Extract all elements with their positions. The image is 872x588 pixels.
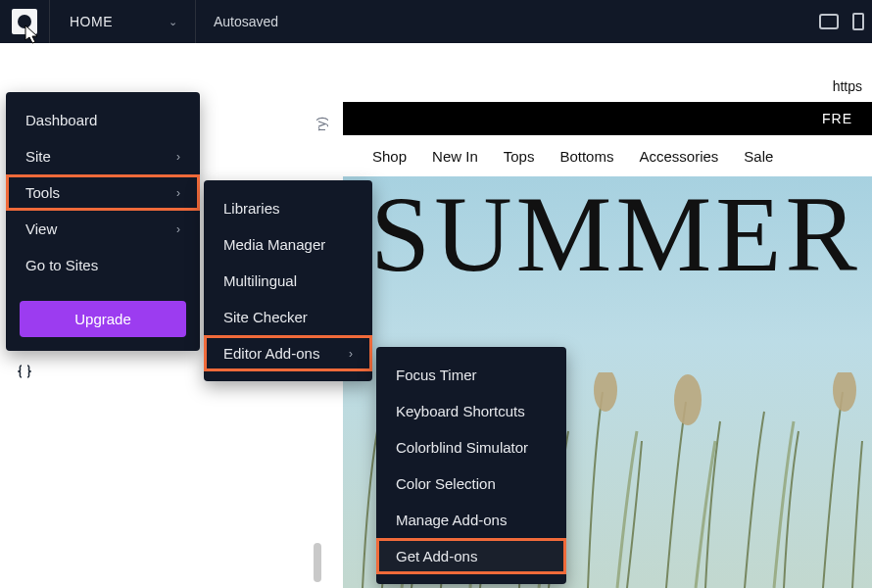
url-text: https: [833, 78, 862, 94]
menu-dashboard[interactable]: Dashboard: [6, 102, 200, 138]
menu-tools-label: Tools: [25, 184, 60, 201]
site-announcement-bar: FRE: [343, 102, 872, 135]
panel-vertical-label: ry): [314, 117, 328, 131]
submenu-multilingual[interactable]: Multilingual: [204, 263, 372, 299]
submenu-media-manager[interactable]: Media Manager: [204, 226, 372, 263]
addon-keyboard-shortcuts-label: Keyboard Shortcuts: [396, 403, 525, 419]
nav-new-in[interactable]: New In: [432, 148, 478, 165]
svg-point-6: [674, 374, 702, 425]
app-logo-icon: [12, 9, 37, 34]
chevron-down-icon: ⌄: [169, 16, 178, 28]
submenu-media-manager-label: Media Manager: [223, 236, 325, 253]
svg-point-5: [594, 372, 617, 412]
addon-colorblind-simulator-label: Colorblind Simulator: [396, 439, 528, 456]
desktop-view-icon[interactable]: [819, 14, 839, 29]
panel-scrollbar[interactable]: [314, 543, 321, 582]
editor-main: ry) https FRE Shop New In Tops Bottoms A…: [0, 43, 872, 588]
submenu-libraries-label: Libraries: [223, 200, 280, 217]
menu-go-to-sites-label: Go to Sites: [25, 257, 98, 273]
nav-sale[interactable]: Sale: [744, 148, 773, 165]
addon-color-selection-label: Color Selection: [396, 475, 496, 492]
addon-focus-timer[interactable]: Focus Timer: [376, 357, 566, 393]
menu-go-to-sites[interactable]: Go to Sites: [6, 247, 200, 283]
upgrade-label: Upgrade: [74, 311, 131, 327]
addon-keyboard-shortcuts[interactable]: Keyboard Shortcuts: [376, 393, 566, 429]
submenu-libraries[interactable]: Libraries: [204, 190, 372, 226]
page-selector[interactable]: HOME ⌄: [49, 0, 196, 43]
addon-get-addons[interactable]: Get Add-ons: [376, 538, 566, 574]
chevron-right-icon: ›: [176, 186, 180, 200]
autosave-status: Autosaved: [196, 14, 296, 29]
main-dropdown-menu: Dashboard Site › Tools › View › Go to Si…: [6, 92, 200, 351]
app-logo-button[interactable]: [0, 0, 49, 43]
submenu-site-checker[interactable]: Site Checker: [204, 299, 372, 335]
svg-point-7: [833, 372, 856, 412]
editor-topbar: HOME ⌄ Autosaved: [0, 0, 872, 43]
upgrade-button[interactable]: Upgrade: [20, 301, 186, 337]
menu-site-label: Site: [25, 148, 51, 165]
addon-focus-timer-label: Focus Timer: [396, 367, 477, 383]
topbar-right: [819, 13, 872, 30]
addons-submenu: Focus Timer Keyboard Shortcuts Colorblin…: [376, 347, 566, 584]
announcement-text: FRE: [822, 111, 852, 126]
addon-colorblind-simulator[interactable]: Colorblind Simulator: [376, 429, 566, 466]
menu-dashboard-label: Dashboard: [25, 112, 97, 128]
chevron-right-icon: ›: [176, 150, 180, 164]
addon-manage-addons-label: Manage Add-ons: [396, 512, 507, 528]
site-nav: Shop New In Tops Bottoms Accessories Sal…: [343, 135, 872, 176]
code-braces-icon[interactable]: [16, 363, 33, 380]
addon-get-addons-label: Get Add-ons: [396, 548, 477, 564]
addon-color-selection[interactable]: Color Selection: [376, 466, 566, 502]
submenu-editor-addons-label: Editor Add-ons: [223, 345, 319, 362]
nav-tops[interactable]: Tops: [504, 148, 535, 165]
page-selector-label: HOME: [70, 14, 113, 29]
mobile-view-icon[interactable]: [852, 13, 864, 30]
tools-submenu: Libraries Media Manager Multilingual Sit…: [204, 180, 372, 381]
menu-tools[interactable]: Tools ›: [6, 174, 200, 211]
chevron-right-icon: ›: [349, 347, 353, 361]
address-bar: https: [343, 74, 872, 102]
submenu-site-checker-label: Site Checker: [223, 309, 308, 325]
nav-shop[interactable]: Shop: [372, 148, 407, 165]
hero-title: SUMMER: [370, 176, 861, 297]
chevron-right-icon: ›: [176, 222, 180, 236]
menu-view-label: View: [25, 220, 57, 237]
nav-bottoms[interactable]: Bottoms: [559, 148, 613, 165]
addon-manage-addons[interactable]: Manage Add-ons: [376, 502, 566, 538]
submenu-editor-addons[interactable]: Editor Add-ons ›: [204, 335, 372, 371]
menu-site[interactable]: Site ›: [6, 138, 200, 174]
menu-view[interactable]: View ›: [6, 211, 200, 247]
nav-accessories[interactable]: Accessories: [639, 148, 718, 165]
submenu-multilingual-label: Multilingual: [223, 272, 297, 289]
